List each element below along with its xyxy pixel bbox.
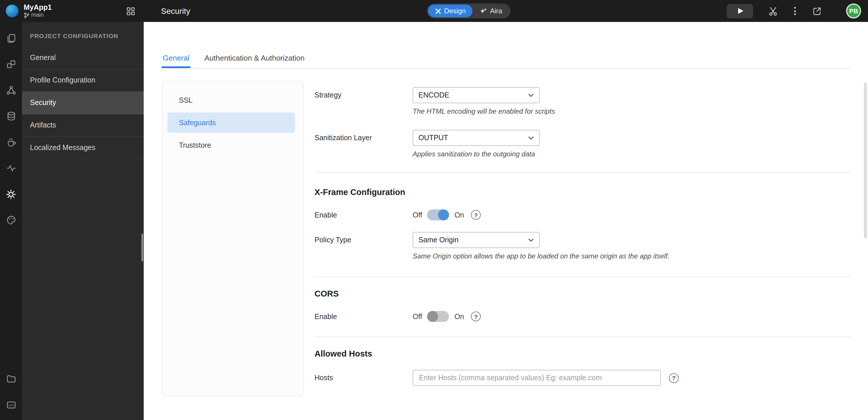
hosts-input[interactable]	[413, 370, 661, 386]
policy-type-help-text: Same Origin option allows the app to be …	[413, 252, 851, 260]
design-tools-icon	[435, 8, 441, 14]
file-explorer-icon[interactable]	[0, 366, 22, 392]
chevron-down-icon	[528, 238, 534, 242]
strategy-value: ENCODE	[418, 91, 449, 99]
sidebar-item-label: Artifacts	[30, 121, 56, 129]
sidebar-item-artifacts[interactable]: Artifacts	[22, 114, 144, 137]
more-menu-icon[interactable]	[793, 6, 797, 16]
xframe-section-heading: X-Frame Configuration	[314, 187, 851, 197]
aira-mode-button[interactable]: Aira	[473, 5, 509, 17]
strategy-label: Strategy	[314, 91, 413, 99]
rail-bottom: LOG	[0, 366, 22, 420]
tab-authentication-authorization[interactable]: Authentication & Authorization	[204, 49, 306, 68]
page-title: Security	[161, 6, 190, 15]
hosts-help-icon[interactable]: ?	[669, 373, 679, 383]
content-scrollbar[interactable]	[864, 83, 867, 238]
xframe-enable-help-icon[interactable]: ?	[471, 210, 481, 220]
database-icon[interactable]	[0, 103, 22, 129]
project-config-panel: PROJECT CONFIGURATION General Profile Co…	[22, 22, 144, 420]
xframe-enable-toggle[interactable]	[427, 209, 449, 220]
prefabs-icon[interactable]	[0, 77, 22, 103]
topbar: MyApp1 main Security Design Aira	[0, 0, 868, 22]
branch-icon	[24, 12, 29, 18]
cors-enable-toggle[interactable]	[427, 311, 449, 322]
app-name: MyApp1	[24, 3, 52, 11]
body: LOG PROJECT CONFIGURATION General Profil…	[0, 22, 868, 420]
scissors-icon[interactable]	[768, 5, 779, 17]
design-mode-label: Design	[444, 7, 466, 15]
user-avatar[interactable]: PB	[846, 3, 861, 19]
policy-type-value: Same Origin	[418, 236, 459, 244]
sidebar-item-localized-messages[interactable]: Localized Messages	[22, 137, 144, 159]
safeguards-form: Strategy ENCODE The HTML encoding will b…	[314, 81, 851, 396]
toggle-off-label: Off	[413, 313, 422, 321]
toggle-on-label: On	[455, 313, 464, 321]
security-subnav: SSL Safeguards Truststore	[162, 81, 304, 396]
subnav-item-safeguards[interactable]: Safeguards	[167, 112, 295, 133]
svg-text:LOG: LOG	[8, 404, 14, 407]
toggle-off-label: Off	[413, 211, 422, 219]
sanitization-layer-help-text: Applies sanitization to the outgoing dat…	[413, 150, 851, 158]
sidebar-item-profile-configuration[interactable]: Profile Configuration	[22, 69, 144, 92]
subnav-item-ssl[interactable]: SSL	[163, 89, 303, 111]
aira-mode-label: Aira	[490, 7, 502, 15]
policy-type-select[interactable]: Same Origin	[413, 232, 539, 248]
design-mode-button[interactable]: Design	[428, 5, 473, 17]
toggle-knob	[427, 311, 438, 322]
main-content: General Authentication & Authorization S…	[144, 22, 868, 420]
section-divider	[314, 336, 851, 337]
settings-icon[interactable]	[0, 181, 22, 207]
strategy-row: Strategy ENCODE	[314, 87, 851, 103]
sidebar-item-label: Localized Messages	[30, 144, 95, 152]
play-icon	[738, 8, 743, 14]
export-icon[interactable]	[811, 5, 823, 17]
content-row: SSL Safeguards Truststore Strategy ENCOD…	[162, 81, 851, 396]
sidebar-item-general[interactable]: General	[22, 47, 144, 69]
logs-icon[interactable]: LOG	[0, 392, 22, 418]
xframe-enable-toggle-group: Off On ?	[413, 209, 481, 220]
pages-icon[interactable]	[0, 25, 22, 51]
cors-section-heading: CORS	[314, 288, 851, 299]
tab-bar: General Authentication & Authorization	[162, 49, 851, 69]
topbar-left: MyApp1 main	[0, 0, 144, 22]
strategy-select[interactable]: ENCODE	[413, 87, 539, 103]
xframe-enable-row: Enable Off On ?	[314, 209, 851, 220]
branch-indicator[interactable]: main	[24, 11, 52, 19]
toggle-knob	[438, 209, 449, 220]
chevron-down-icon	[528, 136, 534, 140]
section-divider	[314, 172, 851, 172]
apis-icon[interactable]	[0, 155, 22, 181]
chevron-down-icon	[528, 93, 534, 97]
hosts-label: Hosts	[314, 374, 413, 382]
hosts-row: Hosts ?	[314, 370, 851, 386]
cors-enable-row: Enable Off On ?	[314, 311, 851, 322]
sidebar-item-label: Profile Configuration	[30, 76, 95, 84]
avatar-initials: PB	[849, 7, 858, 14]
apps-grid-icon[interactable]	[126, 7, 135, 15]
left-icon-rail: LOG	[0, 22, 22, 420]
themes-icon[interactable]	[0, 207, 22, 233]
cors-enable-toggle-group: Off On ?	[413, 311, 481, 322]
app-meta: MyApp1 main	[24, 3, 52, 19]
policy-type-row: Policy Type Same Origin	[314, 232, 851, 248]
topbar-actions: PB	[726, 3, 868, 19]
sanitization-layer-row: Sanitization Layer OUTPUT	[314, 130, 851, 146]
app-logo-icon[interactable]	[6, 5, 19, 17]
mode-switcher: Design Aira	[427, 3, 510, 19]
toggle-on-label: On	[455, 211, 464, 219]
sidebar-item-label: General	[30, 54, 56, 62]
allowed-hosts-section-heading: Allowed Hosts	[314, 349, 851, 359]
sanitization-layer-select[interactable]: OUTPUT	[413, 130, 539, 146]
widgets-icon[interactable]	[0, 51, 22, 77]
subnav-item-truststore[interactable]: Truststore	[163, 134, 303, 156]
sidebar-item-security[interactable]: Security	[22, 92, 144, 114]
policy-type-label: Policy Type	[314, 236, 413, 244]
strategy-help-text: The HTML encoding will be enabled for sc…	[413, 107, 851, 116]
run-button[interactable]	[726, 4, 753, 18]
cors-enable-help-icon[interactable]: ?	[471, 312, 481, 321]
tab-general[interactable]: General	[162, 49, 191, 68]
sanitization-layer-value: OUTPUT	[418, 134, 448, 142]
sidebar-scrollbar[interactable]	[142, 234, 143, 261]
cors-enable-label: Enable	[314, 313, 413, 321]
java-services-icon[interactable]	[0, 129, 22, 155]
